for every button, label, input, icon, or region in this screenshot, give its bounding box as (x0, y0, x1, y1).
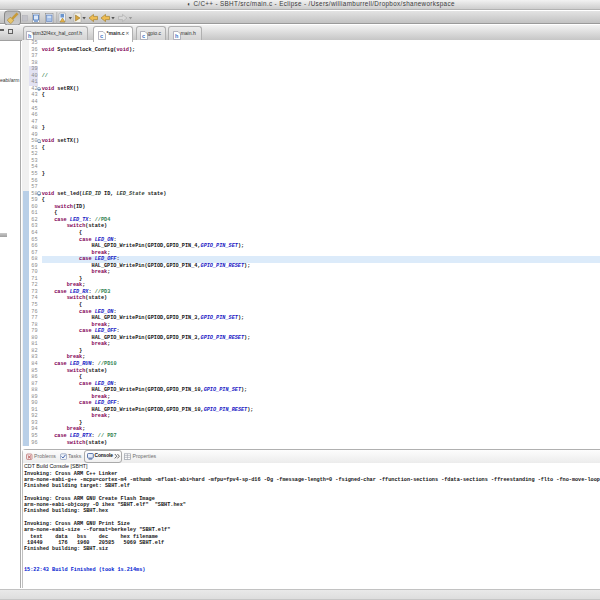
svg-text:c: c (100, 33, 103, 39)
svg-text:c: c (142, 33, 145, 39)
